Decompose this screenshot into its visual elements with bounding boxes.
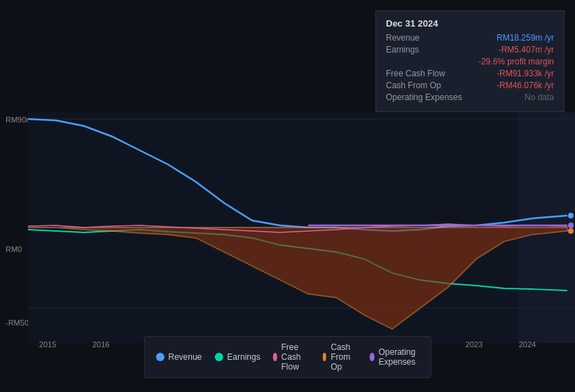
fcf-label: Free Cash Flow: [386, 69, 445, 78]
legend-revenue-label: Revenue: [168, 352, 202, 362]
x-label-2023: 2023: [466, 340, 483, 349]
legend-cashfromop-label: Cash From Op: [331, 342, 357, 372]
x-label-2016: 2016: [92, 340, 109, 349]
legend-fcf[interactable]: Free Cash Flow: [273, 342, 310, 372]
opex-value: No data: [525, 92, 554, 102]
svg-point-5: [568, 213, 574, 218]
tooltip-box: Dec 31 2024 Revenue RM18.259m /yr Earnin…: [375, 10, 564, 112]
legend-revenue-dot: [155, 353, 164, 361]
x-label-2024: 2024: [519, 340, 536, 349]
legend-revenue[interactable]: Revenue: [155, 352, 202, 362]
earnings-label: Earnings: [386, 45, 419, 55]
cashfromop-label: Cash From Op: [386, 80, 441, 90]
opex-label: Operating Expenses: [386, 92, 462, 102]
svg-point-7: [568, 228, 574, 234]
tooltip-revenue: Revenue RM18.259m /yr: [386, 33, 554, 43]
tooltip-fcf: Free Cash Flow -RM91.933k /yr: [386, 69, 554, 78]
cashfromop-value: -RM46.076k /yr: [497, 80, 554, 90]
legend-cashfromop-dot: [322, 353, 326, 361]
tooltip-profit-margin: -29.6% profit margin: [386, 57, 554, 66]
revenue-label: Revenue: [386, 33, 420, 43]
revenue-value: RM18.259m /yr: [497, 33, 554, 43]
tooltip-date: Dec 31 2024: [386, 18, 554, 29]
x-label-2015: 2015: [39, 340, 56, 349]
tooltip-cashfromop: Cash From Op -RM46.076k /yr: [386, 80, 554, 90]
earnings-value: -RM5.407m /yr: [499, 45, 554, 55]
fcf-value: -RM91.933k /yr: [497, 69, 554, 78]
legend-earnings-label: Earnings: [227, 352, 260, 362]
chart-container: Dec 31 2024 Revenue RM18.259m /yr Earnin…: [0, 0, 575, 392]
legend-earnings-dot: [214, 353, 223, 361]
tooltip-earnings: Earnings -RM5.407m /yr: [386, 45, 554, 55]
legend-opex-dot: [370, 353, 374, 361]
svg-point-6: [568, 223, 574, 228]
chart-legend: Revenue Earnings Free Cash Flow Cash Fro…: [144, 336, 431, 378]
legend-fcf-dot: [273, 353, 277, 361]
profit-margin-value: -29.6% profit margin: [478, 57, 554, 66]
tooltip-opex: Operating Expenses No data: [386, 92, 554, 102]
chart-svg: [0, 112, 575, 343]
legend-opex-label: Operating Expenses: [378, 347, 419, 367]
legend-opex[interactable]: Operating Expenses: [370, 347, 420, 367]
legend-earnings[interactable]: Earnings: [214, 352, 260, 362]
legend-fcf-label: Free Cash Flow: [281, 342, 310, 372]
legend-cashfromop[interactable]: Cash From Op: [322, 342, 357, 372]
